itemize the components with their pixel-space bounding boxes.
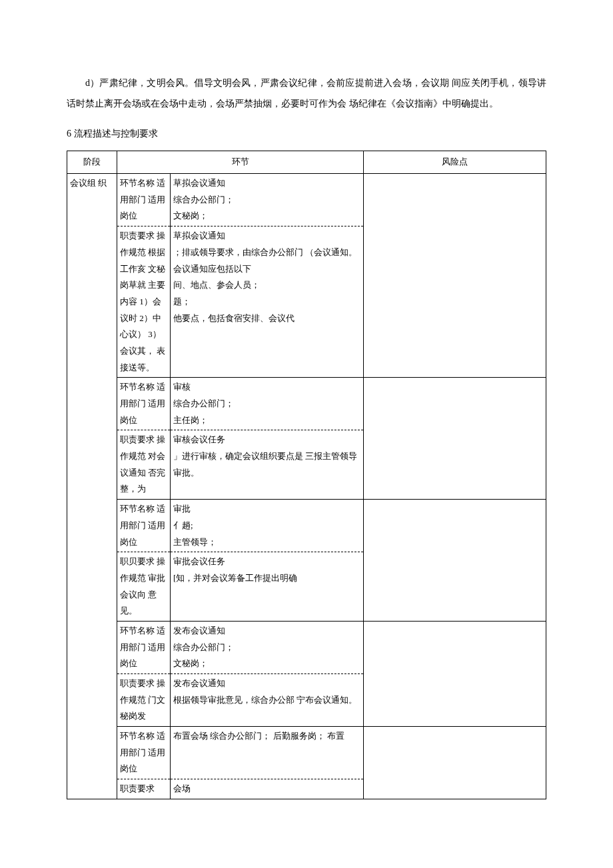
stage-cell: 会议组 织	[67, 174, 117, 799]
cell-line: 审核会议任务	[173, 432, 360, 448]
cell-left: 职责要求 操作规范 对会议通知 否完整，为	[117, 430, 171, 500]
cell-line: ；排或领导要求，由综合办公部门 （会议通知。会议通知应包括以下	[173, 244, 360, 277]
cell-risk	[364, 621, 546, 726]
cell-line: 布置会场 综合办公部门； 后勤服务岗； 布置	[173, 728, 360, 745]
cell-left: 环节名称 适用部门 适用岗位	[117, 500, 171, 552]
hdr-link: 环节	[117, 151, 364, 174]
cell-line: 」进行审核，确定会议组织要点是 三报主管领导审批。	[173, 448, 360, 481]
process-table: 阶段 环节 风险点 会议组 织 环节名称 适用部门 适用岗位 草拟会议通知 综合…	[67, 151, 546, 799]
cell-line: 文秘岗；	[173, 208, 360, 224]
para-d-text: d）严肃纪律，文明会风。倡导文明会风，严肃会议纪律，会前应提前进入会场，会议期 …	[67, 73, 546, 115]
cell-line: 草拟会议通知	[173, 228, 360, 244]
cell-line: [知，并对会议筹备工作提出明确	[173, 570, 360, 587]
cell-line: 亻趟;	[173, 518, 360, 534]
cell-line: 会场	[173, 781, 360, 797]
cell-left: 职责要求 操作规范 根据工作亥 文秘岗草就 主要内容 1）会议时 2）中心议） …	[117, 226, 171, 378]
cell-risk	[364, 174, 546, 378]
cell-line: 题；	[173, 294, 360, 310]
table-row: 环节名称 适用部门 适用岗位 发布会议通知 综合办公部门； 文秘岗；	[67, 621, 546, 673]
cell-mid: 草拟会议通知 ；排或领导要求，由综合办公部门 （会议通知。会议通知应包括以下 间…	[171, 226, 364, 378]
cell-mid: 草拟会议通知 综合办公部门； 文秘岗；	[171, 174, 364, 226]
cell-risk	[364, 727, 546, 799]
cell-mid: 发布会议通知 根据领导审批意见，综合办公部 宁布会议通知。	[171, 674, 364, 727]
cell-mid: 审批 亻趟; 主管领导；	[171, 500, 364, 552]
cell-left: 环节名称 适用部门 适用岗位	[117, 621, 171, 673]
cell-left: 职责要求 操作规范 门文秘岗发	[117, 674, 171, 727]
paragraph-d: d）严肃纪律，文明会风。倡导文明会风，严肃会议纪律，会前应提前进入会场，会议期 …	[67, 73, 546, 115]
cell-left: 职责要求	[117, 779, 171, 799]
cell-mid: 审核 综合办公部门； 主任岗；	[171, 378, 364, 430]
cell-mid: 会场	[171, 779, 364, 799]
cell-mid: 审批会议任务 [知，并对会议筹备工作提出明确	[171, 552, 364, 622]
cell-line: 审批会议任务	[173, 554, 360, 570]
cell-line: 文秘岗；	[173, 655, 360, 672]
cell-line: 发布会议通知	[173, 675, 360, 692]
table-row: 环节名称 适用部门 适用岗位 审批 亻趟; 主管领导；	[67, 500, 546, 552]
cell-line: 主任岗；	[173, 412, 360, 429]
cell-line: 间、地点、参会人员；	[173, 277, 360, 294]
cell-line: 根据领导审批意见，综合办公部 宁布会议通知。	[173, 692, 360, 709]
cell-line: 审批	[173, 501, 360, 518]
cell-risk	[364, 378, 546, 500]
cell-line: 综合办公部门；	[173, 396, 360, 412]
cell-left: 环节名称 适用部门 适用岗位	[117, 174, 171, 226]
hdr-stage: 阶段	[67, 151, 117, 174]
cell-mid: 审核会议任务 」进行审核，确定会议组织要点是 三报主管领导审批。	[171, 430, 364, 500]
cell-line: 综合办公部门；	[173, 192, 360, 209]
cell-line: 发布会议通知	[173, 623, 360, 640]
cell-line: 审核	[173, 379, 360, 396]
table-row: 环节名称 适用部门 适用岗位 布置会场 综合办公部门； 后勤服务岗； 布置	[67, 727, 546, 779]
cell-left: 环节名称 适用部门 适用岗位	[117, 727, 171, 779]
table-row: 环节名称 适用部门 适用岗位 审核 综合办公部门； 主任岗；	[67, 378, 546, 430]
table-header-row: 阶段 环节 风险点	[67, 151, 546, 174]
cell-mid: 布置会场 综合办公部门； 后勤服务岗； 布置	[171, 727, 364, 779]
cell-mid: 发布会议通知 综合办公部门； 文秘岗；	[171, 621, 364, 673]
table-row: 会议组 织 环节名称 适用部门 适用岗位 草拟会议通知 综合办公部门； 文秘岗；	[67, 174, 546, 226]
hdr-risk: 风险点	[364, 151, 546, 174]
cell-left: 环节名称 适用部门 适用岗位	[117, 378, 171, 430]
cell-risk	[364, 500, 546, 622]
cell-line: 综合办公部门；	[173, 640, 360, 656]
section-6-heading: 6 流程描述与控制要求	[67, 124, 546, 145]
cell-left: 职贝要求 操作规范 审批会议向 意见。	[117, 552, 171, 622]
cell-line: 草拟会议通知	[173, 175, 360, 192]
cell-line: 主管领导；	[173, 534, 360, 551]
cell-line: 他要点，包括食宿安排、会议代	[173, 310, 360, 327]
